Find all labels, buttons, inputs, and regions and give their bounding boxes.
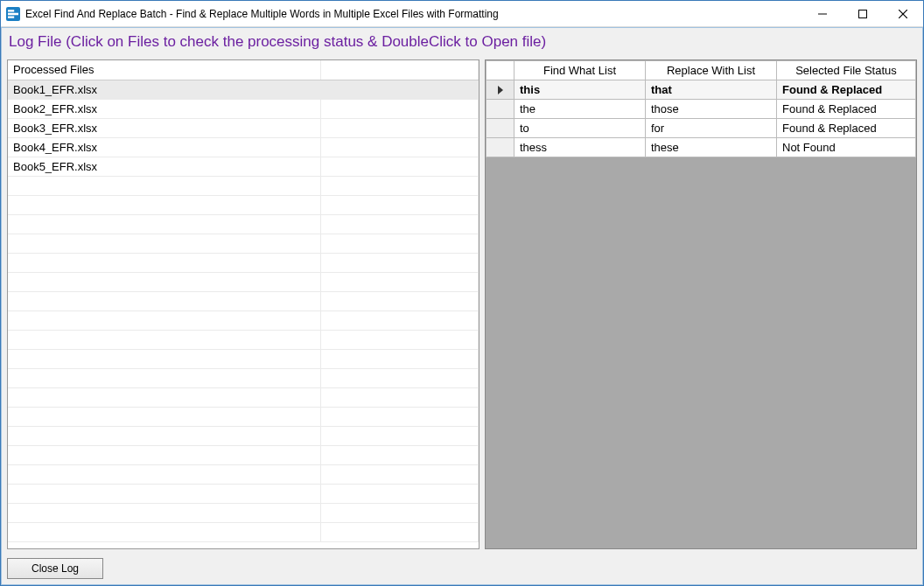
file-cell[interactable]: Book2_EFR.xlsx — [8, 99, 320, 118]
result-row[interactable]: thisthatFound & Replaced — [486, 80, 916, 100]
window-title: Excel Find And Replace Batch - Find & Re… — [25, 8, 802, 20]
close-window-button[interactable] — [883, 1, 923, 26]
maximize-button[interactable] — [843, 1, 883, 26]
status-cell[interactable]: Not Found — [777, 138, 916, 157]
footer: Close Log — [2, 553, 922, 584]
row-indicator[interactable] — [486, 119, 514, 138]
close-log-button[interactable]: Close Log — [7, 558, 103, 579]
file-row[interactable]: Book1_EFR.xlsx — [8, 80, 479, 99]
col-file-status[interactable]: Selected File Status — [777, 61, 916, 80]
empty-row — [8, 445, 479, 464]
row-indicator[interactable] — [486, 80, 514, 100]
file-cell-blank — [320, 157, 479, 176]
empty-row — [8, 272, 479, 291]
titlebar[interactable]: Excel Find And Replace Batch - Find & Re… — [1, 1, 923, 27]
empty-row — [8, 484, 479, 503]
empty-row — [8, 291, 479, 310]
empty-row — [8, 426, 479, 445]
empty-row — [8, 522, 479, 541]
empty-row — [8, 253, 479, 272]
file-cell[interactable]: Book1_EFR.xlsx — [8, 80, 320, 99]
processed-files-table[interactable]: Processed Files Book1_EFR.xlsxBook2_EFR.… — [8, 60, 479, 542]
empty-row — [8, 407, 479, 426]
file-row[interactable]: Book2_EFR.xlsx — [8, 99, 479, 118]
empty-row — [8, 330, 479, 349]
row-indicator[interactable] — [486, 100, 514, 119]
file-cell-blank — [320, 137, 479, 157]
file-row[interactable]: Book4_EFR.xlsx — [8, 137, 479, 157]
app-icon — [6, 7, 20, 21]
empty-row — [8, 387, 479, 407]
find-cell[interactable]: thess — [514, 138, 646, 157]
empty-row — [8, 464, 479, 484]
file-cell-blank — [320, 118, 479, 137]
file-cell[interactable]: Book5_EFR.xlsx — [8, 157, 320, 176]
replace-cell[interactable]: that — [646, 80, 777, 100]
empty-row — [8, 349, 479, 368]
results-table[interactable]: Find What List Replace With List Selecte… — [486, 60, 916, 157]
file-row[interactable]: Book3_EFR.xlsx — [8, 118, 479, 137]
find-cell[interactable]: this — [514, 80, 646, 100]
file-cell[interactable]: Book3_EFR.xlsx — [8, 118, 320, 137]
status-cell[interactable]: Found & Replaced — [777, 80, 916, 100]
empty-row — [8, 176, 479, 195]
status-cell[interactable]: Found & Replaced — [777, 119, 916, 138]
replace-cell[interactable]: these — [646, 138, 777, 157]
result-row[interactable]: thesstheseNot Found — [486, 138, 916, 157]
results-panel[interactable]: Find What List Replace With List Selecte… — [485, 59, 917, 549]
result-row[interactable]: toforFound & Replaced — [486, 119, 916, 138]
processed-files-header-blank — [320, 60, 479, 80]
minimize-button[interactable] — [802, 1, 843, 26]
replace-cell[interactable]: for — [646, 119, 777, 138]
processed-files-panel[interactable]: Processed Files Book1_EFR.xlsxBook2_EFR.… — [7, 59, 480, 549]
empty-row — [8, 195, 479, 214]
find-cell[interactable]: the — [514, 100, 646, 119]
log-header: Log File (Click on Files to check the pr… — [2, 28, 922, 56]
result-row[interactable]: thethoseFound & Replaced — [486, 100, 916, 119]
file-row[interactable]: Book5_EFR.xlsx — [8, 157, 479, 176]
svg-rect-1 — [859, 10, 867, 17]
file-cell[interactable]: Book4_EFR.xlsx — [8, 137, 320, 157]
empty-row — [8, 214, 479, 234]
replace-cell[interactable]: those — [646, 100, 777, 119]
processed-files-header[interactable]: Processed Files — [8, 60, 320, 80]
main-panels: Processed Files Book1_EFR.xlsxBook2_EFR.… — [2, 56, 922, 553]
status-cell[interactable]: Found & Replaced — [777, 100, 916, 119]
empty-row — [8, 503, 479, 522]
find-cell[interactable]: to — [514, 119, 646, 138]
empty-row — [8, 368, 479, 387]
row-header-blank — [486, 61, 514, 80]
empty-row — [8, 310, 479, 330]
empty-row — [8, 234, 479, 253]
file-cell-blank — [320, 99, 479, 118]
window-controls — [802, 1, 923, 26]
col-find-what[interactable]: Find What List — [514, 61, 646, 80]
file-cell-blank — [320, 80, 479, 99]
col-replace-with[interactable]: Replace With List — [646, 61, 777, 80]
content-frame: Log File (Click on Files to check the pr… — [1, 27, 923, 585]
row-indicator[interactable] — [486, 138, 514, 157]
